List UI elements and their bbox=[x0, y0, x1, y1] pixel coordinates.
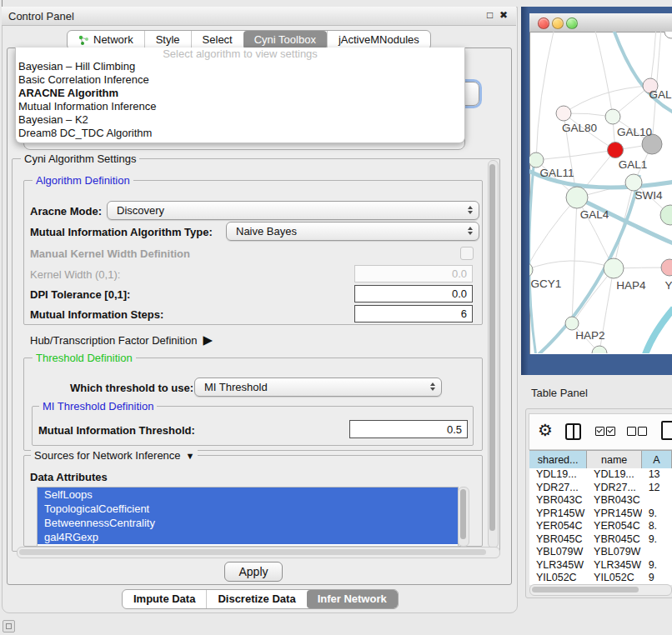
dropdown-item[interactable]: Dream8 DC_TDC Algorithm bbox=[16, 127, 464, 140]
which-threshold-label: Which threshold to use: bbox=[70, 382, 193, 394]
node-swi4[interactable] bbox=[625, 174, 642, 191]
algorithm-dropdown-list: Select algorithm to view settings Bayesi… bbox=[15, 48, 465, 143]
deselect-all-checkbox-icon[interactable] bbox=[638, 427, 647, 436]
svg-text:GAL10: GAL10 bbox=[617, 126, 652, 138]
close-window-icon[interactable] bbox=[538, 18, 549, 29]
expand-right-icon: ▶ bbox=[203, 332, 213, 348]
node-gcy1[interactable] bbox=[529, 262, 533, 278]
network-canvas[interactable]: GAL GAL80 GAL10 GAL1 GAL11 GAL4 SWI4 GCY… bbox=[529, 32, 672, 353]
collapsed-panel-icon[interactable] bbox=[3, 620, 15, 632]
settings-group-title: Cyni Algorithm Settings bbox=[21, 152, 139, 165]
svg-text:GCY1: GCY1 bbox=[531, 278, 562, 290]
tab-infer-network[interactable]: Infer Network bbox=[307, 590, 398, 608]
algorithm-definition-title: Algorithm Definition bbox=[33, 174, 133, 187]
data-attributes-list: SelfLoops TopologicalCoefficient Between… bbox=[37, 487, 459, 547]
zoom-window-icon[interactable] bbox=[566, 18, 578, 29]
column-header-shared-name[interactable]: shared... bbox=[529, 451, 587, 469]
tab-discretize-data[interactable]: Discretize Data bbox=[206, 590, 306, 608]
combo-stepper-icon bbox=[468, 227, 473, 235]
tab-select[interactable]: Select bbox=[191, 31, 243, 49]
column-header-partial[interactable]: A bbox=[642, 451, 672, 469]
cyni-bottom-tabs: Impute Data Discretize Data Infer Networ… bbox=[122, 589, 399, 609]
table-row[interactable]: YIL052CYIL052C9 bbox=[529, 572, 672, 585]
settings-hscrollbar-thumb[interactable] bbox=[19, 549, 486, 555]
hub-definition-label: Hub/Transcription Factor Definition bbox=[30, 334, 197, 347]
dropdown-item[interactable]: Bayesian – K2 bbox=[16, 113, 464, 127]
sources-expander[interactable]: Sources for Network Inference ▼ bbox=[31, 449, 198, 462]
table-hscrollbar[interactable] bbox=[529, 584, 672, 596]
table-row[interactable]: YPR145WYPR145W9. bbox=[529, 508, 672, 521]
settings-scrollbar-thumb[interactable] bbox=[489, 164, 495, 531]
tab-jactivemnodules[interactable]: jActiveMNodules bbox=[327, 31, 430, 49]
list-item[interactable]: gal4RGexp bbox=[38, 530, 458, 544]
list-item[interactable]: TopologicalCoefficient bbox=[38, 502, 458, 516]
aracne-mode-value: Discovery bbox=[117, 204, 164, 217]
node-gal11[interactable] bbox=[529, 152, 544, 168]
dropdown-item[interactable]: Mutual Information Inference bbox=[16, 100, 464, 113]
tab-style[interactable]: Style bbox=[144, 31, 191, 49]
column-header-name[interactable]: name bbox=[587, 451, 642, 469]
gear-icon[interactable]: ⚙ bbox=[538, 422, 553, 438]
table-row[interactable]: YBL079WYBL079W bbox=[529, 546, 672, 559]
table-hscrollbar-thumb[interactable] bbox=[532, 587, 639, 592]
deselect-all-checkbox-icon[interactable] bbox=[627, 427, 636, 436]
svg-text:SWI4: SWI4 bbox=[634, 189, 662, 202]
mi-steps-field[interactable]: 6 bbox=[354, 305, 473, 322]
list-item[interactable]: SelfLoops bbox=[38, 488, 458, 502]
control-panel-title: Control Panel bbox=[8, 10, 74, 22]
network-window-titlebar[interactable] bbox=[529, 13, 672, 32]
svg-text:GAL4: GAL4 bbox=[580, 208, 609, 221]
dpi-tolerance-field[interactable]: 0.0 bbox=[354, 285, 473, 302]
aracne-mode-combo[interactable]: Discovery bbox=[107, 201, 479, 220]
node-gal1-red[interactable] bbox=[608, 142, 624, 158]
mi-threshold-label: Mutual Information Threshold: bbox=[38, 424, 195, 437]
select-all-checkbox-icon[interactable] bbox=[595, 427, 604, 436]
dropdown-item-selected[interactable]: ARACNE Algorithm bbox=[16, 87, 464, 100]
mi-steps-label: Mutual Information Steps: bbox=[30, 308, 163, 321]
list-scrollbar[interactable] bbox=[458, 487, 469, 547]
tab-impute-data[interactable]: Impute Data bbox=[123, 590, 206, 608]
apply-button[interactable]: Apply bbox=[224, 562, 283, 582]
list-scrollbar-thumb[interactable] bbox=[460, 489, 466, 539]
svg-text:Y: Y bbox=[664, 279, 672, 292]
sources-title: Sources for Network Inference bbox=[34, 449, 181, 462]
manual-kernel-checkbox bbox=[460, 247, 474, 260]
mi-threshold-title: MI Threshold Definition bbox=[39, 400, 157, 412]
settings-hscrollbar[interactable] bbox=[17, 547, 500, 558]
node-gal80[interactable] bbox=[556, 106, 571, 121]
svg-text:GAL80: GAL80 bbox=[562, 122, 597, 134]
tab-network[interactable]: Network bbox=[68, 31, 144, 49]
list-item[interactable]: BetweennessCentrality bbox=[38, 516, 458, 530]
which-threshold-combo[interactable]: MI Threshold bbox=[194, 378, 442, 397]
dpi-tolerance-label: DPI Tolerance [0,1]: bbox=[30, 288, 130, 301]
manual-kernel-label: Manual Kernel Width Definition bbox=[30, 248, 190, 260]
kernel-width-label: Kernel Width (0,1): bbox=[30, 268, 120, 281]
select-all-checkbox-icon[interactable] bbox=[606, 427, 615, 436]
node-gal10[interactable] bbox=[605, 109, 620, 124]
import-table-icon[interactable] bbox=[661, 421, 672, 440]
node-pink[interactable] bbox=[661, 259, 672, 276]
table-row[interactable]: YBR045CYBR045C9. bbox=[529, 533, 672, 547]
minimize-window-icon[interactable] bbox=[552, 18, 564, 29]
table-row[interactable]: YDL19...YDL19...13 bbox=[529, 468, 672, 482]
mi-type-combo[interactable]: Naive Bayes bbox=[226, 222, 479, 241]
table-row[interactable]: YDR27...YDR27...12 bbox=[529, 482, 672, 495]
table-row[interactable]: YER054CYER054C8. bbox=[529, 520, 672, 533]
dropdown-item[interactable]: Basic Correlation Inference bbox=[16, 73, 464, 87]
settings-scrollbar[interactable] bbox=[488, 160, 499, 548]
table-row[interactable]: YLR345WYLR345W9. bbox=[529, 559, 672, 572]
node-gal4[interactable] bbox=[566, 187, 588, 208]
columns-icon[interactable] bbox=[565, 423, 581, 440]
table-row[interactable]: YBR043CYBR043C bbox=[529, 494, 672, 508]
tab-cyni-toolbox[interactable]: Cyni Toolbox bbox=[243, 31, 327, 49]
dropdown-item[interactable]: Bayesian – Hill Climbing bbox=[16, 60, 464, 73]
float-panel-icon[interactable]: □ bbox=[487, 9, 493, 21]
node-hap2[interactable] bbox=[565, 317, 579, 330]
node-hap4[interactable] bbox=[604, 258, 624, 278]
hub-definition-expander[interactable]: Hub/Transcription Factor Definition ▶ bbox=[30, 332, 213, 348]
table-body: YDL19...YDL19...13 YDR27...YDR27...12 YB… bbox=[529, 468, 672, 585]
close-panel-icon[interactable]: ✖ bbox=[499, 9, 508, 21]
network-labels: GAL GAL80 GAL10 GAL1 GAL11 GAL4 SWI4 GCY… bbox=[531, 88, 672, 342]
node[interactable] bbox=[664, 32, 672, 38]
mi-threshold-field[interactable]: 0.5 bbox=[349, 420, 468, 438]
